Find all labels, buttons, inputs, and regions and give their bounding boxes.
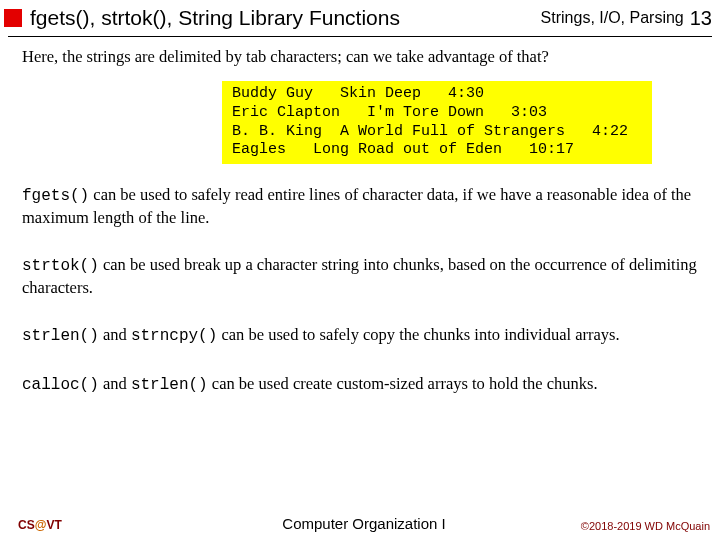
code-token: calloc() — [22, 376, 99, 394]
para-text: can be used break up a character string … — [22, 255, 697, 297]
footer-at-symbol: @ — [35, 518, 47, 532]
code-line: Buddy Guy Skin Deep 4:30 — [232, 85, 484, 102]
code-line: B. B. King A World Full of Strangers 4:2… — [232, 123, 628, 140]
slide-content: Here, the strings are delimited by tab c… — [0, 37, 720, 396]
code-token: strlen() — [131, 376, 208, 394]
paragraph-strtok: strtok() can be used break up a characte… — [22, 254, 698, 298]
accent-square — [4, 9, 22, 27]
para-text: can be used create custom-sized arrays t… — [208, 374, 598, 393]
code-token: strncpy() — [131, 327, 217, 345]
footer-org-suffix: VT — [46, 518, 61, 532]
para-text: can be used to safely read entire lines … — [22, 185, 691, 227]
code-token: strlen() — [22, 327, 99, 345]
paragraph-fgets: fgets() can be used to safely read entir… — [22, 184, 698, 228]
slide-header: fgets(), strtok(), String Library Functi… — [0, 0, 720, 34]
code-token: fgets() — [22, 187, 89, 205]
page-number: 13 — [690, 7, 712, 30]
footer-center: Computer Organization I — [249, 515, 480, 532]
para-text: and — [99, 374, 131, 393]
code-token: strtok() — [22, 257, 99, 275]
breadcrumb: Strings, I/O, Parsing — [541, 9, 684, 27]
footer-org-prefix: CS — [18, 518, 35, 532]
intro-text: Here, the strings are delimited by tab c… — [22, 47, 698, 67]
para-text: can be used to safely copy the chunks in… — [217, 325, 619, 344]
paragraph-calloc-strlen: calloc() and strlen() can be used create… — [22, 373, 698, 396]
code-line: Eric Clapton I'm Tore Down 3:03 — [232, 104, 547, 121]
footer-copyright: ©2018-2019 WD McQuain — [479, 520, 710, 532]
code-line: Eagles Long Road out of Eden 10:17 — [232, 141, 574, 158]
footer-left: CS@VT — [18, 518, 249, 532]
slide-title: fgets(), strtok(), String Library Functi… — [30, 6, 541, 30]
sample-data-block: Buddy Guy Skin Deep 4:30 Eric Clapton I'… — [222, 81, 652, 164]
paragraph-strlen-strncpy: strlen() and strncpy() can be used to sa… — [22, 324, 698, 347]
para-text: and — [99, 325, 131, 344]
slide-footer: CS@VT Computer Organization I ©2018-2019… — [0, 515, 720, 532]
